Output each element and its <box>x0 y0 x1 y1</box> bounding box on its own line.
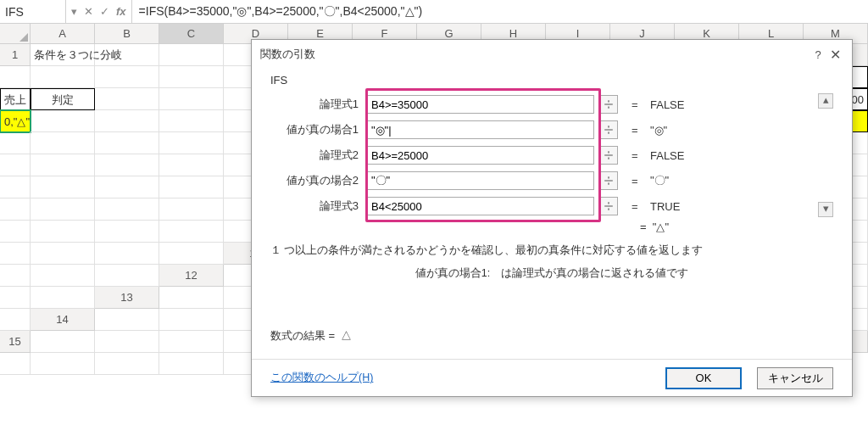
cell[interactable] <box>31 221 95 243</box>
cell[interactable] <box>31 110 95 132</box>
cell[interactable] <box>159 331 224 353</box>
cell[interactable] <box>0 66 31 88</box>
collapse-dialog-icon[interactable] <box>599 197 618 215</box>
scroll-up-icon[interactable]: ▴ <box>818 93 833 109</box>
cell[interactable] <box>95 309 159 331</box>
row-header[interactable]: 1 <box>0 44 31 66</box>
cell[interactable] <box>0 221 31 243</box>
arg-result: "〇" <box>650 173 669 188</box>
dialog-titlebar[interactable]: 関数の引数 ? ✕ <box>252 40 852 69</box>
dropdown-icon[interactable]: ▾ <box>71 5 77 18</box>
cell[interactable] <box>0 265 31 287</box>
cell[interactable] <box>95 66 159 88</box>
arg-result: TRUE <box>650 200 680 213</box>
cell[interactable] <box>159 88 224 110</box>
cell[interactable] <box>159 66 224 88</box>
arg-input-value1[interactable] <box>367 120 594 139</box>
fx-icon[interactable]: fx <box>116 5 126 18</box>
cell[interactable] <box>31 353 95 375</box>
cell[interactable] <box>0 287 31 309</box>
cancel-button[interactable]: キャンセル <box>757 367 833 389</box>
cell[interactable]: 判定 <box>31 88 95 110</box>
cell[interactable] <box>159 287 224 309</box>
name-box[interactable]: IFS <box>0 0 66 23</box>
row-header[interactable]: 15 <box>0 331 31 353</box>
cell[interactable] <box>0 176 31 198</box>
cell[interactable] <box>31 198 95 221</box>
cell[interactable] <box>159 132 224 154</box>
formula-input[interactable]: =IFS(B4>=35000,"◎",B4>=25000,"〇",B4<2500… <box>132 0 868 23</box>
cell[interactable] <box>95 132 159 154</box>
cell[interactable] <box>31 243 95 265</box>
help-link[interactable]: この関数のヘルプ(H) <box>270 371 373 385</box>
cell[interactable] <box>159 309 224 331</box>
arg-label: 論理式2 <box>270 148 362 163</box>
function-name: IFS <box>270 74 833 87</box>
cell[interactable] <box>159 110 224 132</box>
function-arguments-dialog: 関数の引数 ? ✕ IFS ▴ 論理式1 = FALSE 値が真の場合1 = "… <box>251 39 853 397</box>
arg-input-logical1[interactable] <box>367 95 594 114</box>
row-header[interactable]: 12 <box>159 265 224 287</box>
cell[interactable] <box>0 309 31 331</box>
cell[interactable] <box>0 154 31 176</box>
select-all-corner[interactable] <box>0 24 31 44</box>
formula-bar-row: IFS ▾ ✕ ✓ fx =IFS(B4>=35000,"◎",B4>=2500… <box>0 0 868 24</box>
cell[interactable] <box>95 243 159 265</box>
cell[interactable] <box>31 287 95 309</box>
cancel-icon[interactable]: ✕ <box>84 5 93 18</box>
cell[interactable] <box>95 44 159 66</box>
cell[interactable] <box>31 176 95 198</box>
arg-result: FALSE <box>650 98 684 111</box>
arg-label: 値が真の場合2 <box>270 173 362 188</box>
cell[interactable] <box>159 44 224 66</box>
cell[interactable] <box>95 176 159 198</box>
cell[interactable] <box>159 353 224 375</box>
cell[interactable] <box>31 154 95 176</box>
cell[interactable] <box>159 154 224 176</box>
cell[interactable] <box>0 353 31 375</box>
cell[interactable] <box>31 132 95 154</box>
cell[interactable] <box>95 265 159 287</box>
ok-button[interactable]: OK <box>665 367 742 389</box>
row-header[interactable]: 14 <box>31 309 95 331</box>
arg-label: 論理式1 <box>270 97 362 112</box>
cell[interactable] <box>95 110 159 132</box>
cell[interactable] <box>31 265 95 287</box>
collapse-dialog-icon[interactable] <box>599 95 618 114</box>
cell[interactable] <box>0 198 31 221</box>
cell-active[interactable]: 0,"△") <box>0 110 31 132</box>
cell[interactable] <box>95 331 159 353</box>
col-header[interactable]: B <box>95 24 159 44</box>
cell[interactable] <box>95 154 159 176</box>
cell[interactable] <box>31 331 95 353</box>
arg-input-logical2[interactable] <box>367 146 594 165</box>
cell[interactable] <box>159 176 224 198</box>
arg-input-logical3[interactable] <box>367 197 594 215</box>
cell[interactable] <box>95 198 159 221</box>
col-header[interactable]: A <box>31 24 95 44</box>
cell[interactable] <box>159 221 224 243</box>
arg-input-value2[interactable] <box>367 171 594 190</box>
scroll-down-icon[interactable]: ▾ <box>818 202 833 217</box>
row-header[interactable]: 13 <box>95 287 159 309</box>
cell[interactable] <box>159 243 224 265</box>
equals-icon: = <box>632 98 642 111</box>
help-icon[interactable]: ? <box>810 48 826 61</box>
cell[interactable] <box>159 198 224 221</box>
close-icon[interactable]: ✕ <box>826 47 843 63</box>
cell[interactable]: 条件を３つに分岐 <box>31 44 95 66</box>
cell[interactable] <box>95 221 159 243</box>
collapse-dialog-icon[interactable] <box>599 146 618 165</box>
collapse-dialog-icon[interactable] <box>599 120 618 139</box>
formula-result: 数式の結果 = △ <box>270 328 833 344</box>
cell[interactable] <box>95 88 159 110</box>
cell[interactable] <box>95 353 159 375</box>
enter-icon[interactable]: ✓ <box>100 5 109 18</box>
cell[interactable] <box>0 132 31 154</box>
cell[interactable] <box>0 243 31 265</box>
cell[interactable] <box>31 66 95 88</box>
cell[interactable]: 売上 <box>0 88 31 110</box>
collapse-dialog-icon[interactable] <box>599 171 618 190</box>
equals-icon: = <box>632 175 642 187</box>
col-header[interactable]: C <box>159 24 224 44</box>
